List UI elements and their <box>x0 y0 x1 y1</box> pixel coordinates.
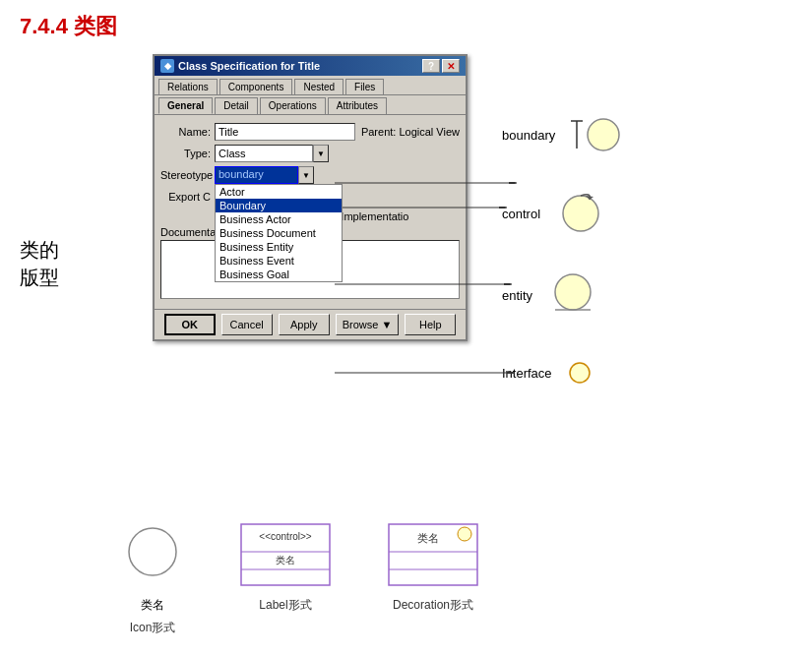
dropdown-item-boundary[interactable]: Boundary <box>216 199 342 212</box>
tab-general[interactable]: General <box>158 97 213 114</box>
dialog-close-button[interactable]: ✕ <box>442 59 460 73</box>
control-row: control <box>502 192 607 235</box>
svg-text:类名: 类名 <box>276 555 295 566</box>
icon-form-shape <box>118 522 187 591</box>
arrow-to-interface <box>335 372 541 374</box>
tab-nested[interactable]: Nested <box>294 79 344 94</box>
tabs-row-1: Relations Components Nested Files <box>155 76 466 95</box>
stereotype-dropdown-list: Actor Boundary Business Actor Business D… <box>215 184 343 282</box>
parent-label: Parent: Logical View <box>361 126 460 138</box>
cancel-button[interactable]: Cancel <box>221 314 273 335</box>
svg-marker-12 <box>504 283 512 285</box>
tab-detail[interactable]: Detail <box>215 97 258 114</box>
arrow-to-boundary <box>335 182 531 184</box>
dropdown-item-business-event[interactable]: Business Event <box>216 254 342 268</box>
apply-button[interactable]: Apply <box>279 314 330 335</box>
arrow-to-control <box>335 207 531 209</box>
entity-label: entity <box>502 288 532 303</box>
dialog-title-left: ◆ Class Specification for Title <box>160 59 320 73</box>
class-specification-dialog: ◆ Class Specification for Title ? ✕ Rela… <box>153 54 468 341</box>
icon-form-name: 类名 <box>141 597 164 614</box>
type-label: Type: <box>160 148 215 159</box>
dropdown-item-business-actor[interactable]: Business Actor <box>216 212 342 226</box>
boundary-row: boundary <box>502 113 622 156</box>
svg-point-5 <box>563 196 598 231</box>
dropdown-item-actor[interactable]: Actor <box>216 185 342 199</box>
boundary-shape <box>569 113 622 156</box>
name-input[interactable] <box>215 123 355 141</box>
label-form-shape: <<control>> 类名 <box>236 522 335 591</box>
type-select[interactable]: Class <box>215 145 313 162</box>
tab-files[interactable]: Files <box>345 79 384 94</box>
svg-text:<<control>>: <<control>> <box>259 531 312 542</box>
page-title: 7.4.4 类图 <box>20 12 117 41</box>
help-button[interactable]: Help <box>405 314 456 335</box>
stereotype-input[interactable]: boundary <box>215 166 298 184</box>
dropdown-item-business-entity[interactable]: Business Entity <box>216 240 342 254</box>
bottom-section: 类名 Icon形式 <<control>> 类名 Label形式 类名 <box>118 522 482 636</box>
decoration-form-shape: 类名 <box>384 522 482 591</box>
tabs-row-2: General Detail Operations Attributes <box>155 95 466 115</box>
dropdown-item-business-document[interactable]: Business Document <box>216 226 342 240</box>
export-label: Export C <box>160 191 215 203</box>
left-category-label: 类的 版型 <box>20 236 59 291</box>
svg-point-26 <box>458 527 471 541</box>
type-row: Type: Class ▼ <box>160 145 460 162</box>
name-label: Name: <box>160 126 215 138</box>
icon-form-label: Icon形式 <box>130 620 176 636</box>
ok-button[interactable]: OK <box>164 314 216 335</box>
svg-marker-8 <box>499 207 507 209</box>
browse-button[interactable]: Browse ▼ <box>336 314 400 335</box>
entity-shape <box>546 270 599 320</box>
button-row: OK Cancel Apply Browse ▼ Help <box>155 309 466 339</box>
decoration-form-item: 类名 Decoration形式 <box>384 522 482 614</box>
name-row: Name: Parent: Logical View <box>160 123 460 141</box>
svg-point-9 <box>555 274 591 310</box>
label-form-item: <<control>> 类名 Label形式 <box>236 522 335 614</box>
svg-text:类名: 类名 <box>417 532 439 544</box>
tab-operations[interactable]: Operations <box>260 97 326 114</box>
tab-attributes[interactable]: Attributes <box>328 97 387 114</box>
dialog-title-text: Class Specification for Title <box>178 60 320 72</box>
tab-components[interactable]: Components <box>219 79 293 94</box>
arrow-to-entity <box>335 283 541 285</box>
dialog-app-icon: ◆ <box>160 59 174 73</box>
icon-form-item: 类名 Icon形式 <box>118 522 187 636</box>
svg-marker-4 <box>509 182 517 184</box>
stereotype-label: Stereotype <box>160 169 215 181</box>
decoration-form-label: Decoration形式 <box>393 597 473 614</box>
type-select-arrow[interactable]: ▼ <box>313 145 329 162</box>
tab-relations[interactable]: Relations <box>158 79 218 94</box>
dialog-help-button[interactable]: ? <box>422 59 440 73</box>
svg-point-16 <box>129 528 176 575</box>
svg-point-2 <box>588 119 619 150</box>
svg-point-13 <box>570 363 590 383</box>
dropdown-item-business-goal[interactable]: Business Goal <box>216 268 342 281</box>
entity-row: entity <box>502 270 599 320</box>
dialog-window-controls: ? ✕ <box>422 59 460 73</box>
label-form-label: Label形式 <box>259 597 311 614</box>
boundary-label: boundary <box>502 128 555 143</box>
svg-marker-15 <box>507 372 515 374</box>
interface-shape <box>566 359 595 387</box>
control-shape <box>554 192 607 235</box>
dialog-content: Name: Parent: Logical View Type: Class ▼… <box>155 119 466 309</box>
dialog-titlebar: ◆ Class Specification for Title ? ✕ <box>155 56 466 76</box>
stereotype-dropdown-arrow[interactable]: ▼ <box>298 166 314 184</box>
